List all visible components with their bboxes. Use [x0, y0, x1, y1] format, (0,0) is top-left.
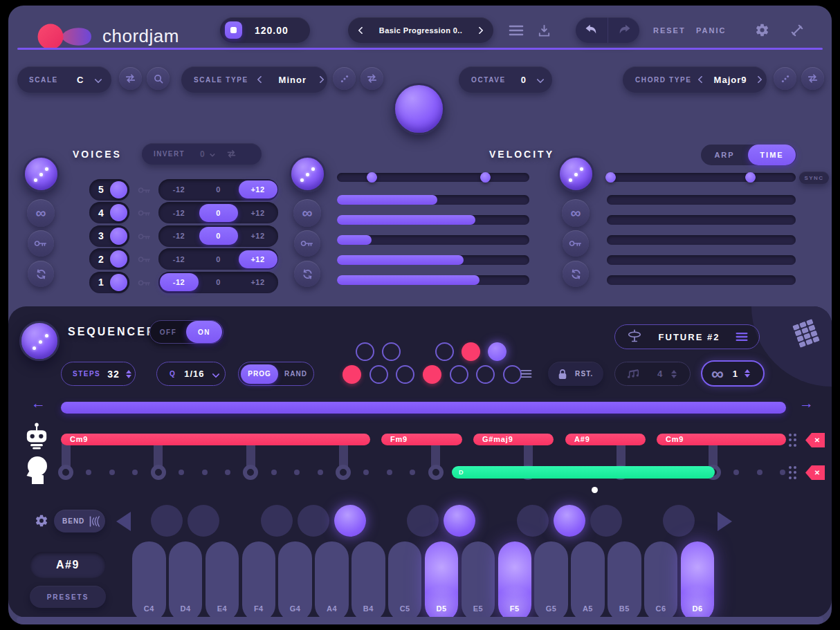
step-dot[interactable] — [387, 470, 392, 475]
chord-type-randomize-button[interactable] — [774, 67, 796, 90]
key-D#5[interactable] — [444, 505, 475, 537]
step-beat-ring[interactable] — [428, 465, 444, 480]
key-A5[interactable]: A5 — [571, 541, 605, 622]
scale-type-swap-button[interactable] — [360, 67, 383, 90]
robot-chords-icon[interactable] — [22, 421, 51, 450]
voices-key-latch-toggle[interactable] — [28, 230, 54, 257]
pattern-name[interactable]: FUTURE #2 — [643, 332, 736, 342]
step-beat-ring[interactable] — [151, 465, 166, 480]
keyboard-settings-gear-icon[interactable] — [35, 514, 48, 528]
time-key-latch-toggle[interactable] — [563, 230, 589, 257]
chord-block[interactable]: Fm9 — [381, 434, 462, 445]
key-C5[interactable]: C5 — [388, 541, 422, 622]
quantize-value[interactable]: 1/16 — [184, 369, 204, 379]
voice-offset-option[interactable]: 0 — [199, 273, 238, 291]
steps-value[interactable]: 32 — [107, 369, 120, 380]
redo-button[interactable] — [608, 24, 639, 36]
key-F#4[interactable] — [261, 505, 293, 537]
step-dot[interactable] — [363, 470, 369, 475]
voice-offset-option[interactable]: 0 — [199, 250, 238, 268]
loop-control[interactable]: ∞ 1 — [701, 360, 765, 387]
key-G5[interactable]: G5 — [534, 541, 568, 622]
preset-name[interactable]: Basic Progression 0.. — [379, 26, 462, 35]
step-dot[interactable] — [318, 470, 323, 475]
key-F5[interactable]: F5 — [498, 541, 532, 622]
step-dot[interactable] — [271, 470, 277, 475]
chord-type-next-icon[interactable] — [754, 75, 762, 83]
loop-stepper-icon[interactable] — [745, 369, 750, 378]
voice-offset-option[interactable]: -12 — [160, 204, 199, 222]
invert-dropdown-icon[interactable] — [210, 151, 215, 156]
key-G#5[interactable] — [554, 505, 585, 537]
scale-type-prev-icon[interactable] — [257, 75, 264, 83]
step-dot[interactable] — [225, 470, 230, 475]
velocity-range-handle-low[interactable] — [367, 172, 377, 183]
step-dot[interactable] — [410, 470, 415, 475]
note-circle-A#[interactable] — [488, 342, 506, 361]
key-A#4[interactable] — [334, 505, 366, 537]
key-E4[interactable]: E4 — [206, 541, 239, 622]
voices-randomize-knob[interactable] — [23, 156, 60, 192]
voice-offset-option[interactable]: +12 — [239, 273, 277, 291]
timeline-next-button[interactable]: → — [799, 395, 814, 411]
key-B5[interactable]: B5 — [608, 541, 641, 622]
octave-value[interactable]: 0 — [521, 75, 527, 85]
voice-offset-option[interactable]: +12 — [239, 204, 277, 222]
quantize-dropdown-icon[interactable] — [212, 370, 219, 378]
velocity-cycle-toggle[interactable] — [294, 261, 320, 287]
save-download-icon[interactable] — [537, 24, 551, 38]
reset-button[interactable]: RESET — [653, 26, 686, 35]
chord-block[interactable]: A#9 — [565, 434, 646, 445]
sequencer-randomize-knob[interactable] — [19, 321, 60, 361]
undo-button[interactable] — [576, 24, 608, 36]
voice-offset-option[interactable]: -12 — [160, 227, 199, 245]
chord-lane-drag-handle[interactable] — [789, 434, 798, 447]
pattern-menu-icon[interactable] — [736, 332, 748, 342]
note-circle-C#[interactable] — [356, 342, 374, 361]
octave-dropdown-icon[interactable] — [536, 75, 544, 83]
velocity-key-latch-toggle[interactable] — [294, 230, 320, 257]
time-cycle-toggle[interactable] — [563, 261, 589, 287]
sequencer-power-toggle[interactable]: OFF ON — [149, 320, 223, 344]
note-circle-C[interactable] — [343, 365, 361, 384]
voices-cycle-toggle[interactable] — [28, 261, 54, 287]
voice-key-icon[interactable] — [138, 255, 152, 263]
key-B4[interactable]: B4 — [351, 541, 385, 622]
mode-prog-label[interactable]: PROG — [241, 364, 278, 384]
power-on-label[interactable]: ON — [186, 321, 222, 343]
key-A#5[interactable] — [590, 505, 622, 537]
key-C#5[interactable] — [407, 505, 439, 537]
rate-value[interactable]: 4 — [657, 369, 662, 379]
tab-time[interactable]: TIME — [748, 145, 796, 165]
mode-rand-label[interactable]: RAND — [278, 370, 313, 378]
chord-lane-delete-button[interactable]: ✕ — [805, 433, 825, 447]
play-stop-button[interactable] — [225, 21, 242, 39]
key-F4[interactable]: F4 — [242, 541, 276, 622]
note-circle-A[interactable] — [476, 365, 495, 384]
note-circle-D[interactable] — [369, 365, 388, 384]
time-range-handle-high[interactable] — [745, 172, 756, 183]
pattern-selector[interactable]: FUTURE #2 — [614, 324, 760, 349]
key-G4[interactable]: G4 — [278, 541, 312, 622]
scale-selector[interactable]: SCALE C — [17, 66, 111, 93]
scale-type-next-icon[interactable] — [316, 75, 324, 83]
note-lane-delete-button[interactable]: ✕ — [805, 465, 825, 480]
voice-offset-option[interactable]: +12 — [239, 180, 277, 198]
sync-toggle[interactable]: SYNC — [799, 172, 829, 184]
scale-type-randomize-button[interactable] — [333, 67, 356, 90]
voice-on-toggle[interactable] — [110, 250, 127, 268]
keyboard-scroll-right-button[interactable] — [718, 512, 732, 531]
step-dot[interactable] — [733, 470, 739, 475]
time-bar-track[interactable] — [607, 275, 796, 285]
voice-offset-option[interactable]: 0 — [199, 227, 238, 245]
loop-count-value[interactable]: 1 — [733, 369, 738, 379]
note-circle-G[interactable] — [450, 365, 468, 384]
preset-selector[interactable]: Basic Progression 0.. — [348, 17, 493, 43]
velocity-bar-track[interactable] — [337, 275, 529, 285]
note-lane-drag-handle[interactable] — [789, 466, 798, 479]
scale-search-button[interactable] — [147, 67, 170, 90]
scale-dropdown-icon[interactable] — [95, 75, 102, 83]
time-infinity-toggle[interactable]: ∞ — [562, 199, 590, 227]
note-circle-F#[interactable] — [435, 342, 454, 361]
key-E5[interactable]: E5 — [462, 541, 495, 622]
